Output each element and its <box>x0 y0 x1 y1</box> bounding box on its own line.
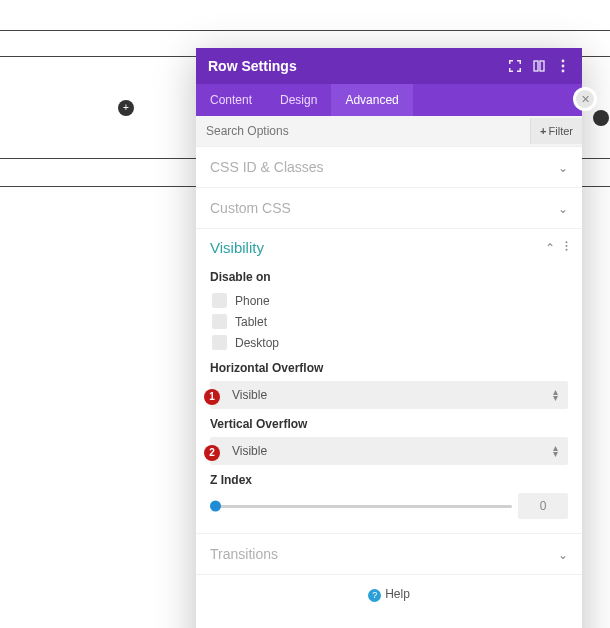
v-overflow-select[interactable]: Visible ▴▾ <box>210 437 568 465</box>
tabs: Content Design Advanced ✕ <box>196 84 582 116</box>
z-index-label: Z Index <box>210 473 568 487</box>
filter-label: Filter <box>549 125 573 137</box>
chevron-down-icon: ⌄ <box>558 548 568 562</box>
search-input[interactable] <box>196 116 530 146</box>
callout-badge-1: 1 <box>204 389 220 405</box>
select-arrows-icon: ▴▾ <box>553 445 558 457</box>
section-header-icons: ⌃ <box>545 240 568 255</box>
plus-icon: + <box>540 125 546 137</box>
checkbox-label: Phone <box>235 294 270 308</box>
select-value: Visible <box>232 444 267 458</box>
chevron-down-icon: ⌄ <box>558 202 568 216</box>
add-section-icon[interactable]: + <box>118 100 134 116</box>
svg-point-3 <box>562 65 565 68</box>
checkbox-phone[interactable] <box>212 293 227 308</box>
checkbox-label: Tablet <box>235 315 267 329</box>
disable-tablet-row: Tablet <box>210 311 568 332</box>
h-overflow-select[interactable]: Visible ▴▾ <box>210 381 568 409</box>
svg-point-4 <box>562 70 565 73</box>
svg-point-5 <box>566 241 568 243</box>
select-arrows-icon: ▴▾ <box>553 389 558 401</box>
v-overflow-label: Vertical Overflow <box>210 417 568 431</box>
modal-body: CSS ID & Classes ⌄ Custom CSS ⌄ Visibili… <box>196 147 582 628</box>
bg-line <box>0 30 610 31</box>
section-title: CSS ID & Classes <box>210 159 324 175</box>
section-title: Visibility <box>210 239 264 256</box>
z-index-slider[interactable] <box>210 505 512 508</box>
vertical-overflow-group: Vertical Overflow 2 Visible ▴▾ <box>210 417 568 465</box>
callout-badge-2: 2 <box>204 445 220 461</box>
filter-button[interactable]: +Filter <box>530 118 582 144</box>
svg-rect-0 <box>534 61 538 71</box>
checkbox-label: Desktop <box>235 336 279 350</box>
tab-content[interactable]: Content <box>196 84 266 116</box>
add-section-icon[interactable] <box>593 110 609 126</box>
svg-point-2 <box>562 60 565 63</box>
close-icon[interactable]: ✕ <box>576 90 594 108</box>
help-label: Help <box>385 587 410 601</box>
z-index-value[interactable]: 0 <box>518 493 568 519</box>
section-header[interactable]: Visibility ⌃ <box>210 239 568 264</box>
spacer <box>196 612 582 628</box>
checkbox-desktop[interactable] <box>212 335 227 350</box>
select-value: Visible <box>232 388 267 402</box>
section-css-id-classes[interactable]: CSS ID & Classes ⌄ <box>196 147 582 188</box>
section-title: Custom CSS <box>210 200 291 216</box>
modal-titlebar: Row Settings <box>196 48 582 84</box>
disable-desktop-row: Desktop <box>210 332 568 353</box>
chevron-down-icon: ⌄ <box>558 161 568 175</box>
disable-on-label: Disable on <box>210 270 568 284</box>
more-icon[interactable] <box>565 240 568 255</box>
row-settings-modal: Row Settings Content Design Advanced ✕ +… <box>196 48 582 628</box>
help-icon: ? <box>368 589 381 602</box>
svg-point-6 <box>566 245 568 247</box>
chevron-up-icon[interactable]: ⌃ <box>545 241 555 255</box>
expand-icon[interactable] <box>508 59 522 73</box>
disable-phone-row: Phone <box>210 290 568 311</box>
tab-advanced[interactable]: Advanced <box>331 84 412 116</box>
checkbox-tablet[interactable] <box>212 314 227 329</box>
drag-icon[interactable] <box>532 59 546 73</box>
help-row[interactable]: ?Help <box>196 575 582 612</box>
titlebar-icons <box>508 59 570 73</box>
section-transitions[interactable]: Transitions ⌄ <box>196 534 582 575</box>
svg-point-7 <box>566 249 568 251</box>
section-title: Transitions <box>210 546 278 562</box>
z-index-slider-row: 0 <box>210 493 568 519</box>
tab-design[interactable]: Design <box>266 84 331 116</box>
more-icon[interactable] <box>556 59 570 73</box>
h-overflow-label: Horizontal Overflow <box>210 361 568 375</box>
slider-thumb[interactable] <box>210 501 221 512</box>
svg-rect-1 <box>540 61 544 71</box>
section-custom-css[interactable]: Custom CSS ⌄ <box>196 188 582 229</box>
search-bar: +Filter <box>196 116 582 147</box>
horizontal-overflow-group: Horizontal Overflow 1 Visible ▴▾ <box>210 361 568 409</box>
section-visibility: Visibility ⌃ Disable on Phone Tablet <box>196 229 582 534</box>
z-index-group: Z Index 0 <box>210 473 568 519</box>
modal-title: Row Settings <box>208 58 297 74</box>
